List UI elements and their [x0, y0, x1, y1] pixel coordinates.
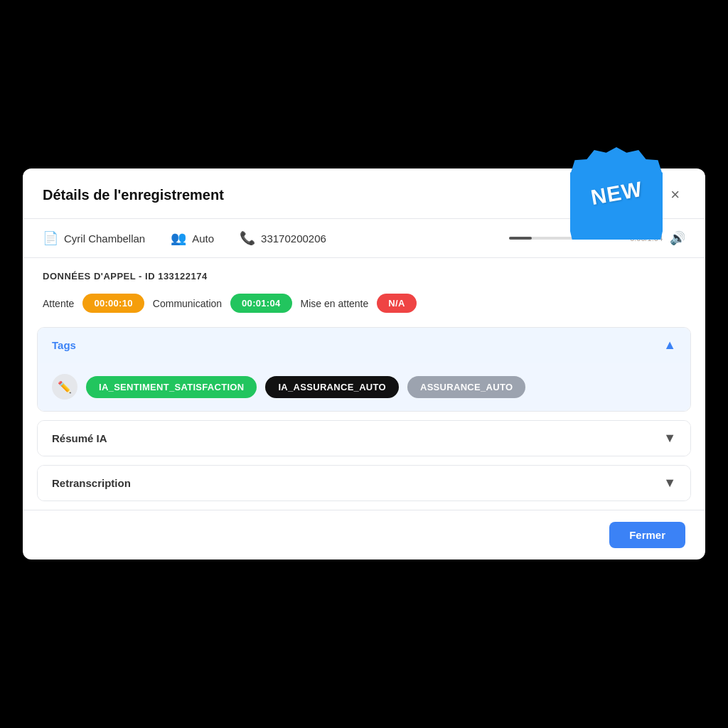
resume-section: Résumé IA ▼: [37, 420, 691, 456]
mise-en-attente-badge: N/A: [377, 294, 416, 313]
tag-ia-sentiment[interactable]: IA_SENTIMENT_SATISFACTION: [86, 376, 257, 398]
edit-tags-button[interactable]: ✏️: [52, 374, 77, 400]
communication-badge: 00:01:04: [230, 294, 291, 313]
retranscription-section: Retranscription ▼: [37, 465, 691, 501]
tag-ia-assurance-auto[interactable]: IA_ASSURANCE_AUTO: [265, 376, 399, 398]
attente-label: Attente: [43, 298, 74, 309]
phone-info: 📞 33170200206: [240, 230, 326, 246]
user-info: 📄 Cyril Chambellan: [43, 230, 145, 246]
communication-label: Communication: [153, 298, 222, 309]
modal-title: Détails de l'enregistrement: [43, 187, 224, 203]
retranscription-chevron-icon: ▼: [663, 476, 676, 491]
phone-icon: 📞: [240, 230, 255, 246]
volume-icon[interactable]: 🔊: [670, 230, 685, 246]
tag-assurance-auto[interactable]: ASSURANCE_AUTO: [407, 376, 525, 398]
resume-section-title: Résumé IA: [52, 432, 107, 444]
fermer-button[interactable]: Fermer: [609, 522, 685, 548]
tags-chevron-icon: ▲: [663, 338, 676, 353]
mode-info: 👥 Auto: [171, 230, 214, 246]
modal-footer: Fermer: [23, 510, 705, 560]
mode-value: Auto: [192, 232, 214, 245]
tags-section-header[interactable]: Tags ▲: [38, 328, 690, 363]
retranscription-section-title: Retranscription: [52, 477, 131, 489]
new-badge: NEW: [570, 147, 663, 240]
resume-section-header[interactable]: Résumé IA ▼: [38, 421, 690, 456]
phone-number: 33170200206: [261, 232, 326, 245]
people-icon: 👥: [171, 230, 186, 246]
call-data-title: DONNÉES D'APPEL - ID 133122174: [43, 271, 208, 282]
retranscription-section-header[interactable]: Retranscription ▼: [38, 466, 690, 500]
mise-en-attente-label: Mise en attente: [301, 298, 369, 309]
resume-chevron-icon: ▼: [663, 431, 676, 446]
attente-badge: 00:00:10: [82, 294, 144, 313]
tags-section-title: Tags: [52, 339, 76, 351]
tags-section-content: ✏️ IA_SENTIMENT_SATISFACTION IA_ASSURANC…: [38, 363, 690, 411]
close-button[interactable]: ×: [665, 183, 685, 207]
new-badge-text: NEW: [589, 177, 644, 210]
audio-progress-fill: [509, 237, 532, 240]
modal-container: NEW Détails de l'enregistrement × 📄 Cyri…: [23, 168, 705, 560]
tags-section: Tags ▲ ✏️ IA_SENTIMENT_SATISFACTION IA_A…: [37, 327, 691, 412]
call-data-header: DONNÉES D'APPEL - ID 133122174: [23, 258, 705, 288]
user-name: Cyril Chambellan: [64, 232, 145, 245]
status-row: Attente 00:00:10 Communication 00:01:04 …: [23, 288, 705, 327]
user-icon: 📄: [43, 230, 58, 246]
